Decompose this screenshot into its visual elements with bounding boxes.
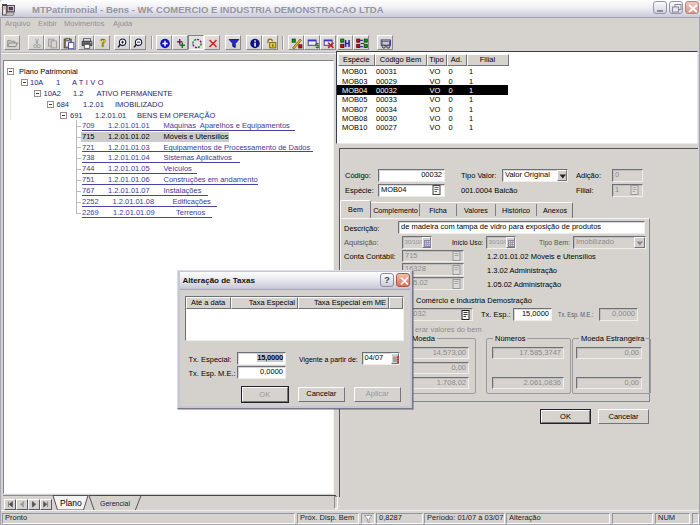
svg-text:$: $ (315, 41, 319, 49)
svg-text:?: ? (100, 38, 106, 49)
